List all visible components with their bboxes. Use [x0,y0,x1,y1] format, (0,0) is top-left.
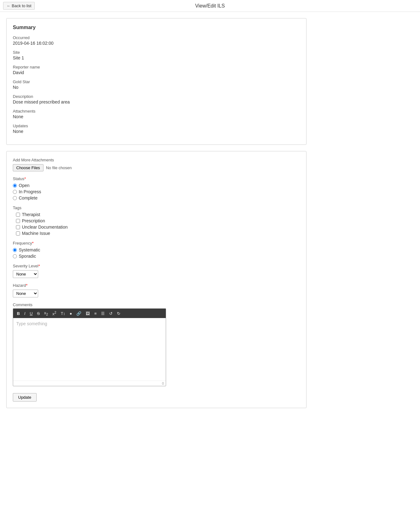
hazard-dropdown[interactable]: None Low Medium High [13,290,38,297]
description-label: Description [13,94,300,99]
frequency-label: Frequency* [13,241,300,245]
site-label: Site [13,50,300,55]
rich-text-toolbar: B I U S x2 x2 T↕ ● 🔗 🖼 ≡ ☰ ↺ ↻ [13,309,166,318]
attachments-section: Add More Attachments Choose Files No fil… [13,158,300,171]
choose-files-button[interactable]: Choose Files [13,164,43,171]
updates-label: Updates [13,124,300,128]
status-inprogress-option[interactable]: In Progress [13,189,300,194]
back-button[interactable]: ← Back to list [3,2,35,10]
gold-star-field: Gold Star No [13,79,300,90]
page-title: View/Edit ILS [195,3,225,9]
reporter-value: David [13,70,300,75]
description-field: Description Dose missed prescribed area [13,94,300,104]
severity-section: Severity Level* None Low Medium High [13,264,300,278]
tag-machine-issue[interactable]: Machine Issue [16,231,300,236]
status-section: Status* Open In Progress Complete [13,176,300,200]
severity-dropdown[interactable]: None Low Medium High [13,270,38,278]
updates-value: None [13,129,300,134]
comments-placeholder: Type something [16,321,47,326]
occurred-value: 2019-04-16 16:02:00 [13,41,300,46]
tag-therapist-checkbox[interactable] [16,213,20,217]
frequency-sporadic-option[interactable]: Sporadic [13,254,300,259]
frequency-systematic-radio[interactable] [13,248,17,252]
toolbar-link-button[interactable]: 🔗 [74,311,83,316]
tag-therapist[interactable]: Therapist [16,212,300,217]
status-inprogress-radio[interactable] [13,190,17,194]
frequency-systematic-option[interactable]: Systematic [13,247,300,252]
tag-prescription[interactable]: Prescription [16,218,300,223]
reporter-field: Reporter name David [13,65,300,75]
toolbar-subscript-button[interactable]: x2 [42,310,50,317]
toolbar-italic-button[interactable]: I [22,311,27,316]
rich-text-body[interactable]: Type something [13,318,166,381]
gold-star-value: No [13,85,300,90]
tag-unclear-documentation-checkbox[interactable] [16,225,20,229]
toolbar-bold-button[interactable]: B [15,311,22,316]
status-open-option[interactable]: Open [13,183,300,188]
toolbar-ordered-list-button[interactable]: ≡ [92,311,99,316]
toolbar-image-button[interactable]: 🖼 [84,311,92,316]
toolbar-unordered-list-button[interactable]: ☰ [99,311,107,316]
status-label: Status* [13,176,300,181]
toolbar-redo-button[interactable]: ↻ [115,311,122,316]
site-field: Site Site 1 [13,50,300,60]
severity-label: Severity Level* [13,264,300,268]
toolbar-superscript-button[interactable]: x2 [51,310,58,317]
comments-section: Comments B I U S x2 x2 T↕ ● 🔗 🖼 ≡ ☰ ↺ ↻ [13,302,300,386]
toolbar-font-size-button[interactable]: T↕ [59,311,67,316]
char-count: 0 [13,381,166,386]
comments-label: Comments [13,302,300,307]
top-bar: ← Back to list View/Edit ILS [0,0,420,12]
toolbar-color-button[interactable]: ● [68,311,74,316]
rich-text-editor: B I U S x2 x2 T↕ ● 🔗 🖼 ≡ ☰ ↺ ↻ Type some [13,308,166,386]
hazard-section: Hazard* None Low Medium High [13,283,300,297]
description-value: Dose missed prescribed area [13,99,300,104]
tags-section: Tags Therapist Prescription Unclear Docu… [13,205,300,236]
reporter-label: Reporter name [13,65,300,69]
toolbar-underline-button[interactable]: U [28,311,34,316]
tag-prescription-checkbox[interactable] [16,219,20,223]
edit-box: Add More Attachments Choose Files No fil… [6,151,306,408]
tags-label: Tags [13,205,300,210]
occurred-label: Occurred [13,35,300,40]
toolbar-strikethrough-button[interactable]: S [35,311,42,316]
updates-field: Updates None [13,124,300,134]
gold-star-label: Gold Star [13,79,300,84]
tag-unclear-documentation[interactable]: Unclear Documentation [16,225,300,230]
tag-machine-issue-checkbox[interactable] [16,231,20,235]
site-value: Site 1 [13,55,300,60]
hazard-label: Hazard* [13,283,300,288]
status-complete-option[interactable]: Complete [13,195,300,200]
status-complete-radio[interactable] [13,196,17,200]
summary-box: Summary Occurred 2019-04-16 16:02:00 Sit… [6,18,306,145]
status-open-radio[interactable] [13,184,17,188]
frequency-sporadic-radio[interactable] [13,254,17,258]
attachments-label: Attachments [13,109,300,114]
summary-title: Summary [13,25,300,30]
occurred-field: Occurred 2019-04-16 16:02:00 [13,35,300,46]
toolbar-undo-button[interactable]: ↺ [107,311,114,316]
add-attachments-label: Add More Attachments [13,158,300,162]
frequency-section: Frequency* Systematic Sporadic [13,241,300,259]
attachments-field: Attachments None [13,109,300,119]
no-file-text: No file chosen [46,165,72,170]
update-button[interactable]: Update [13,393,37,402]
attachments-value: None [13,114,300,119]
